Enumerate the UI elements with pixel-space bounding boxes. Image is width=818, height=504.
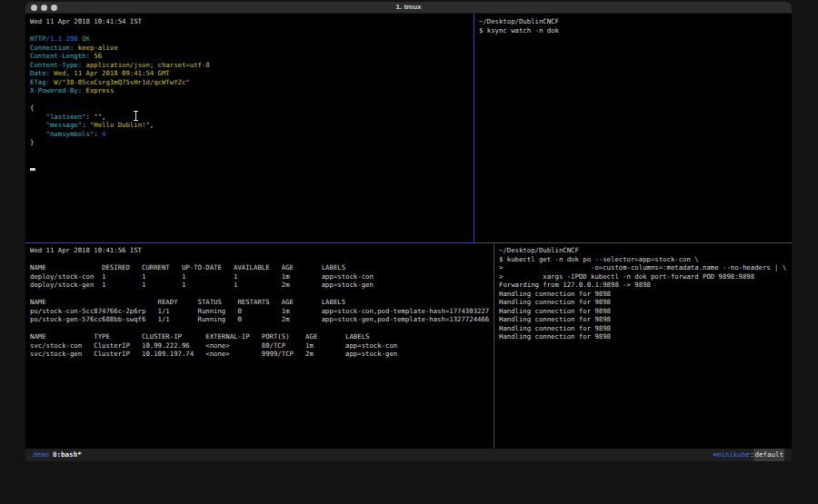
window-titlebar[interactable]: 1. tmux [25,2,792,14]
text-segment: Wed 11 Apr 2018 10:41:54 IST [30,17,142,25]
text-segment: NAME TYPE CLUSTER-IP EXTERNAL-IP PORT(S)… [30,332,369,341]
text-segment: Handling connection for 9898 [499,332,611,341]
text-segment: application/json; charset=utf-8 [82,61,210,69]
text-segment: svc/stock-gen ClusterIP 10.109.197.74 <n… [30,350,397,358]
terminal-line: NAME READY STATUS RESTARTS AGE LABELS [30,298,494,307]
text-segment [30,130,46,138]
pane-top-right-ksync[interactable]: ~/Desktop/DublinCNCF$ ksync watch -n dok [474,14,792,243]
terminal-window: 1. tmux Wed 11 Apr 2018 10:41:54 ISTHTTP… [25,2,792,461]
terminal-line: Handling connection for 9898 [499,298,792,307]
terminal-line: Connection: keep-alive [30,44,474,53]
terminal-line [30,95,474,104]
terminal-line: Wed 11 Apr 2018 10:41:54 IST [30,17,474,26]
text-segment: ~/Desktop/DublinCNCF [479,17,559,25]
terminal-line [30,164,474,173]
terminal-line: Date: Wed, 11 Apr 2018 09:41:54 GMT [30,69,474,78]
text-segment: HTTP [30,35,46,43]
text-segment: Handling connection for 9898 [499,290,611,298]
pane-bottom-left-kubectl-get[interactable]: Wed 11 Apr 2018 10:41:56 ISTNAME DESIRED… [25,243,494,449]
terminal-line: svc/stock-gen ClusterIP 10.109.197.74 <n… [30,350,494,359]
terminal-line: Handling connection for 9898 [499,315,792,324]
terminal-line: Forwarding from 127.0.0.1:9898 -> 9898 [499,281,792,290]
text-segment: Content-Length: [30,52,90,60]
terminal-line: Content-Length: 56 [30,52,474,61]
terminal-line: X-Powered-By: Express [30,86,474,95]
text-segment: "Hello Dublin!" [90,121,150,129]
text-segment: Connection: [30,44,74,52]
text-segment: po/stock-gen-576cc688bb-swqf6 1/1 Runnin… [30,315,489,323]
text-segment [30,113,46,121]
terminal-line: HTTP/1.1 200 OK [30,35,474,44]
terminal-line: ETag: W/"38-05coCsrg3mQ75sHr1d/qcWTwYZc" [30,78,474,87]
text-segment: : [94,130,102,138]
text-segment: , [102,113,105,121]
text-segment: po/stock-con-5cc874766c-2p6rp 1/1 Runnin… [30,307,489,315]
text-segment: Content-Type: [30,61,82,69]
text-segment: keep-alive [74,44,117,52]
terminal-line: "message": "Hello Dublin!", [30,121,474,130]
text-segment: deploy/stock-gen 1 1 1 1 2m app=stock-ge… [30,281,374,289]
terminal-line: > xargs -IPOD kubectl -n dok port-forwar… [499,272,792,282]
text-segment: "lastseen" [46,113,86,121]
terminal-cursor [30,168,35,171]
text-segment: ~/Desktop/DublinCNCF [499,246,579,254]
terminal-line [30,155,474,164]
text-segment: > xargs -IPOD kubectl -n dok port-forwar… [499,272,754,281]
terminal-line: Handling connection for 9898 [499,332,792,341]
window-title: 1. tmux [25,2,792,13]
terminal-line: po/stock-con-5cc874766c-2p6rp 1/1 Runnin… [30,307,494,316]
text-segment: Wed 11 Apr 2018 10:41:56 IST [30,246,142,254]
text-segment: deploy/stock-con 1 1 1 1 1m app=stock-co… [30,272,374,281]
terminal-line: $ kubectl get -n dok po --selector=app=s… [499,255,792,264]
text-segment: OK [82,35,90,43]
terminal-area: Wed 11 Apr 2018 10:41:54 ISTHTTP/1.1 200… [25,14,792,449]
pane-top-left-http-response[interactable]: Wed 11 Apr 2018 10:41:54 ISTHTTP/1.1 200… [25,14,474,243]
terminal-line: $ ksync watch -n dok [479,26,792,35]
terminal-line: Content-Type: application/json; charset=… [30,61,474,70]
terminal-line: NAME TYPE CLUSTER-IP EXTERNAL-IP PORT(S)… [30,332,494,341]
text-segment: X-Powered-By: [30,86,82,94]
text-segment: Wed, 11 Apr 2018 09:41:54 GMT [50,69,170,77]
text-segment: "numsymbols" [46,130,95,138]
text-segment: "" [94,113,102,121]
text-segment: 56 [90,52,102,60]
text-segment: "message" [46,121,83,129]
kube-namespace: default [753,449,784,461]
text-segment: svc/stock-con ClusterIP 10.99.222.96 <no… [30,341,397,350]
text-segment: $ ksync watch -n dok [479,26,559,35]
text-segment: ETag: [30,78,50,86]
terminal-line: deploy/stock-gen 1 1 1 1 2m app=stock-ge… [30,281,494,290]
window-label[interactable]: 0:bash* [53,449,82,461]
text-segment: 4 [102,130,105,138]
terminal-line: "numsymbols": 4 [30,130,474,139]
desktop: 1. tmux Wed 11 Apr 2018 10:41:54 ISTHTTP… [0,0,818,504]
text-segment: W/"38-05coCsrg3mQ75sHr1d/qcWTwYZc" [50,78,190,86]
text-segment: : [82,121,90,129]
terminal-line: NAME DESIRED CURRENT UP-TO-DATE AVAILABL… [30,263,494,272]
text-segment: NAME DESIRED CURRENT UP-TO-DATE AVAILABL… [30,263,345,272]
kube-context: minikube [717,449,750,461]
terminal-line: po/stock-gen-576cc688bb-swqf6 1/1 Runnin… [30,315,494,324]
pane-bottom-right-port-forward[interactable]: ~/Desktop/DublinCNCF$ kubectl get -n dok… [494,243,792,449]
terminal-line: Handling connection for 9898 [499,290,792,299]
terminal-line: Wed 11 Apr 2018 10:41:56 IST [30,246,494,255]
text-segment: Handling connection for 9898 [499,307,611,315]
terminal-line [30,324,494,333]
text-segment: Handling connection for 9898 [499,298,611,306]
text-segment: Express [82,86,114,94]
text-segment: /1.1 200 [46,35,78,43]
terminal-line: } [30,138,474,147]
terminal-line: deploy/stock-con 1 1 1 1 1m app=stock-co… [30,272,494,282]
text-segment: Handling connection for 9898 [499,324,611,332]
text-segment: } [30,138,34,146]
terminal-line: Handling connection for 9898 [499,307,792,316]
terminal-line: ~/Desktop/DublinCNCF [499,246,792,255]
text-segment: $ kubectl get -n dok po --selector=app=s… [499,255,699,263]
terminal-line [30,255,494,264]
text-segment: Forwarding from 127.0.0.1:9898 -> 9898 [499,281,651,289]
text-segment: { [30,104,34,112]
text-segment: Handling connection for 9898 [499,315,611,323]
text-segment: Date: [30,69,50,77]
terminal-line [30,147,474,156]
terminal-line: "lastseen": "", [30,113,474,122]
